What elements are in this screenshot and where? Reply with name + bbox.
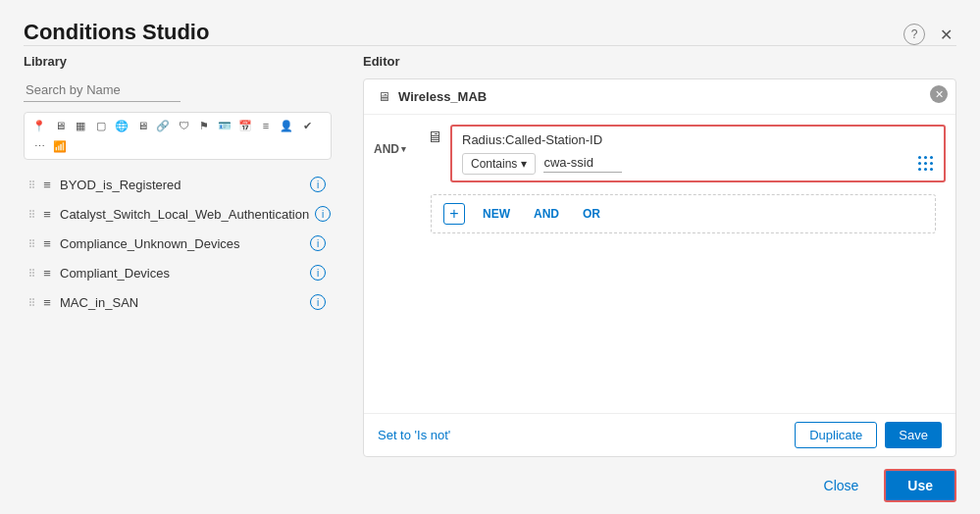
use-button[interactable]: Use (884, 469, 956, 502)
library-list: ≡ BYOD_is_Registered i ≡ Catalyst_Switch… (24, 170, 332, 457)
location-icon[interactable]: 📍 (30, 117, 48, 134)
doc-icon: ≡ (40, 236, 54, 250)
help-button[interactable]: ? (903, 24, 925, 45)
condition-area: AND ▾ 🖥 Radius:Called-Station-ID (364, 115, 955, 413)
condition-values: Contains ▾ cwa-ssid (462, 153, 934, 175)
close-button[interactable]: ✕ (935, 24, 956, 45)
modal-header: Conditions Studio ? ✕ (0, 0, 980, 45)
modal-title: Conditions Studio (24, 20, 209, 45)
item-name: Compliant_Devices (60, 266, 304, 281)
add-condition-row: + NEW AND OR (431, 194, 936, 233)
close-icon: ✕ (940, 26, 953, 44)
drag-handle (29, 298, 34, 306)
condition-attribute-name: Radius:Called-Station-ID (462, 132, 934, 147)
doc-icon: ≡ (40, 266, 54, 280)
info-icon[interactable]: i (315, 206, 331, 222)
editor-content: ✕ 🖥 Wireless_MAB AND ▾ (363, 78, 956, 457)
info-icon[interactable]: i (310, 177, 326, 192)
drag-handle (29, 239, 34, 247)
operator-label: Contains (471, 157, 517, 171)
library-label: Library (24, 54, 332, 69)
item-name: MAC_in_SAN (60, 295, 304, 310)
condition-value: cwa-ssid (543, 155, 622, 173)
wifi-icon[interactable]: 📶 (51, 137, 69, 155)
footer-buttons: Duplicate Save (795, 422, 942, 448)
id-icon[interactable]: 🪪 (216, 117, 233, 134)
doc-icon: ≡ (40, 295, 54, 309)
operator-dropdown[interactable]: Contains ▾ (462, 153, 536, 175)
dots-icon[interactable]: ⋯ (30, 137, 48, 155)
question-icon: ? (911, 27, 918, 41)
search-input[interactable] (24, 78, 181, 102)
chevron-down-icon: ▾ (401, 144, 406, 154)
doc-icon: ≡ (40, 207, 54, 221)
and-dropdown[interactable]: AND ▾ (374, 142, 406, 156)
editor-close-button[interactable]: ✕ (930, 85, 948, 103)
item-name: Compliance_Unknown_Devices (60, 236, 304, 251)
drag-handle (29, 210, 34, 218)
condition-box: Radius:Called-Station-ID Contains ▾ cwa-… (450, 125, 946, 182)
device-icon: 🖥 (427, 128, 442, 146)
filter-toolbar: 📍 🖥 ▦ ▢ 🌐 🖥 🔗 🛡 ⚑ 🪪 📅 ≡ 👤 ✔ ⋯ 📶 (24, 112, 332, 160)
and-label-col: AND ▾ (364, 115, 423, 413)
table-icon[interactable]: ≡ (257, 117, 275, 134)
user-icon[interactable]: 👤 (278, 117, 295, 134)
item-name: BYOD_is_Registered (60, 178, 304, 192)
doc-icon: ≡ (40, 178, 54, 191)
wireless-header: 🖥 Wireless_MAB (364, 79, 955, 115)
editor-label: Editor (363, 54, 956, 69)
grid-icon[interactable]: ▦ (72, 117, 89, 134)
checkmark-icon[interactable]: ✔ (298, 117, 316, 134)
modal-footer: Close Use (0, 457, 980, 514)
library-panel: Library 📍 🖥 ▦ ▢ 🌐 🖥 🔗 🛡 ⚑ 🪪 📅 ≡ 👤 ✔ ⋯ (24, 46, 347, 457)
wireless-icon: 🖥 (378, 89, 390, 104)
drag-handle (29, 180, 34, 188)
box-icon[interactable]: ▢ (92, 117, 110, 134)
shield-icon[interactable]: 🛡 (175, 117, 192, 134)
drag-handle (29, 269, 34, 277)
editor-footer: Set to 'Is not' Duplicate Save (364, 413, 955, 456)
set-not-link[interactable]: Set to 'Is not' (378, 428, 450, 442)
modal-body: Library 📍 🖥 ▦ ▢ 🌐 🖥 🔗 🛡 ⚑ 🪪 📅 ≡ 👤 ✔ ⋯ (0, 46, 980, 457)
close-modal-button[interactable]: Close (810, 472, 873, 499)
info-icon[interactable]: i (310, 294, 326, 310)
globe-icon[interactable]: 🌐 (113, 117, 130, 134)
wireless-title: Wireless_MAB (398, 89, 487, 104)
list-item[interactable]: ≡ Compliance_Unknown_Devices i (24, 229, 332, 258)
new-button[interactable]: NEW (477, 204, 516, 224)
or-button[interactable]: OR (577, 204, 606, 224)
editor-panel: Editor ✕ 🖥 Wireless_MAB AND ▾ (347, 46, 956, 457)
and-text: AND (374, 142, 399, 156)
and-button[interactable]: AND (528, 204, 565, 224)
monitor-icon[interactable]: 🖥 (133, 117, 151, 134)
list-item[interactable]: ≡ BYOD_is_Registered i (24, 170, 332, 199)
flag-icon[interactable]: ⚑ (195, 117, 213, 134)
condition-row: 🖥 Radius:Called-Station-ID Contains ▾ (427, 125, 946, 182)
add-button[interactable]: + (443, 203, 465, 225)
item-name: Catalyst_Switch_Local_Web_Authentication (60, 207, 309, 222)
duplicate-button[interactable]: Duplicate (795, 422, 877, 448)
calendar-icon[interactable]: 📅 (236, 117, 254, 134)
list-item[interactable]: ≡ Compliant_Devices i (24, 258, 332, 287)
header-icons: ? ✕ (903, 24, 956, 45)
conditions-col: 🖥 Radius:Called-Station-ID Contains ▾ (423, 115, 955, 413)
modal: Conditions Studio ? ✕ Library 📍 🖥 ▦ ▢ 🌐 (0, 0, 980, 514)
info-icon[interactable]: i (310, 265, 326, 281)
link-icon[interactable]: 🔗 (154, 117, 172, 134)
grid-icon[interactable] (918, 156, 934, 172)
save-button[interactable]: Save (885, 422, 942, 448)
list-item[interactable]: ≡ MAC_in_SAN i (24, 287, 332, 317)
network-icon[interactable]: 🖥 (51, 117, 69, 134)
dropdown-chevron-icon: ▾ (521, 157, 527, 171)
list-item[interactable]: ≡ Catalyst_Switch_Local_Web_Authenticati… (24, 199, 332, 229)
info-icon[interactable]: i (310, 235, 326, 251)
